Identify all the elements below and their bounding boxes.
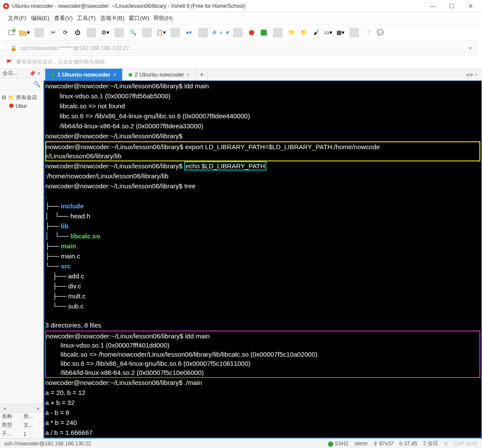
status-ssh: ⬤ SSH2: [328, 441, 349, 447]
menu-help[interactable]: 帮助(H): [153, 14, 173, 22]
settings-icon[interactable]: ⚙▾: [100, 27, 110, 38]
menu-file[interactable]: 文件(F): [8, 14, 27, 22]
terminal-line: linux-vdso.so.1 (0x00007ffd56ab5000): [45, 92, 170, 100]
window-controls: — ☐ ✕: [424, 3, 479, 10]
tree-item-ubuntu[interactable]: Ubur: [2, 102, 41, 110]
reconnect-icon[interactable]: ⟳: [60, 27, 70, 38]
session-sidebar: 会话... 📌 × 🔍 ⊟ 📁 所有会话 Ubur ◄► 名称所... 类型文.…: [0, 69, 43, 438]
disconnect-icon[interactable]: ⏻: [73, 27, 82, 38]
toolbar-separator: [233, 28, 243, 37]
search-icon[interactable]: 🔍: [128, 27, 138, 38]
globe-icon[interactable]: ●▾: [184, 27, 194, 38]
new-folder-icon[interactable]: 📁: [299, 27, 309, 38]
address-bar: 🔒 ssh://nowcoder:******@192.168.186.130:…: [0, 41, 482, 56]
toolbar-separator: [142, 28, 152, 37]
terminal-line: ├── add.c: [45, 272, 84, 280]
tree-root-label: 所有会话: [16, 94, 37, 101]
terminal-line: libcalc.so => not found: [45, 102, 125, 110]
main-toolbar: + ▾ ✂ ⟳ ⏻ ⚙▾ 🔍 📋▾ ●▾ AA▾ 📁 📁 🖌 ▭▾ ▦▾ ❔ 💬: [0, 24, 482, 41]
collapse-icon: ⊟: [2, 94, 6, 100]
tab-strip: 1 Ubuntu-nowcoder × 2 Ubuntu-nowcoder × …: [43, 69, 482, 81]
tab-session-1[interactable]: 1 Ubuntu-nowcoder ×: [45, 69, 123, 80]
address-input[interactable]: 🔒 ssh://nowcoder:******@192.168.186.130:…: [5, 43, 477, 53]
terminal-line: ├── main.c: [45, 252, 80, 260]
prop-key: 子...: [0, 430, 21, 438]
svg-point-7: [9, 104, 13, 108]
toolbar-separator: [273, 28, 283, 37]
terminal[interactable]: nowcoder@nowcoder:~/Linux/lesson06/libra…: [43, 81, 482, 438]
menu-edit[interactable]: 编辑(E): [31, 14, 50, 22]
sidebar-search[interactable]: 🔍: [0, 78, 43, 90]
hint-text: 要添加当前会话，点击左侧的箭头按钮。: [16, 58, 110, 66]
status-connection: ssh://nowcoder@192.168.186.130:22: [4, 441, 322, 447]
tab-label: 2 Ubuntu-nowcoder: [135, 71, 184, 78]
terminal-line: .: [45, 192, 47, 200]
terminal-line: a = 20, b = 12: [45, 389, 86, 396]
terminal-line: nowcoder@nowcoder:~/Linux/lesson06/libra…: [45, 182, 196, 190]
tab-label: 1 Ubuntu-nowcoder: [57, 71, 110, 78]
app-icon: [3, 3, 10, 10]
prop-val: 文...: [21, 421, 33, 429]
terminal-pane: 1 Ubuntu-nowcoder × 2 Ubuntu-nowcoder × …: [43, 69, 482, 438]
close-button[interactable]: ✕: [462, 3, 479, 10]
menu-bar: 文件(F) 编辑(E) 查看(V) 工具(T) 选项卡(B) 窗口(W) 帮助(…: [0, 12, 482, 24]
sidebar-close-icon[interactable]: ×: [37, 70, 40, 77]
cut-icon[interactable]: ✂: [48, 27, 58, 38]
lock-icon: 🔒: [10, 45, 17, 51]
terminal-line: a - b = 8: [45, 409, 69, 416]
menu-window[interactable]: 窗口(W): [129, 14, 149, 22]
font-icon[interactable]: AA▾: [212, 27, 229, 38]
dropdown-icon[interactable]: ▾: [469, 45, 472, 51]
highlight-box-cyan: echo $LD_LIBRARY_PATH: [184, 161, 266, 171]
status-dot-icon: [129, 73, 132, 77]
open-session-icon[interactable]: ▾: [19, 27, 30, 38]
tree-root[interactable]: ⊟ 📁 所有会话: [2, 93, 41, 102]
status-dot-icon: [51, 73, 55, 77]
folder-tool-icon[interactable]: 📁: [287, 27, 296, 38]
terminal-line: a + b = 32: [45, 399, 75, 406]
status-sessions: 2 会话: [423, 440, 438, 447]
tab-close-icon[interactable]: ×: [187, 72, 190, 78]
sidebar-scrollbar[interactable]: ◄►: [0, 404, 43, 412]
window-icon[interactable]: ▭▾: [323, 27, 333, 38]
terminal-line: nowcoder@nowcoder:~/Linux/lesson06/libra…: [45, 82, 209, 90]
terminal-line: nowcoder@nowcoder:~/Linux/lesson06/libra…: [45, 161, 266, 171]
session-tree: ⊟ 📁 所有会话 Ubur: [0, 90, 43, 404]
folder-icon: 📁: [8, 94, 14, 100]
brand-icon[interactable]: [247, 27, 256, 38]
new-tab-button[interactable]: +: [196, 69, 208, 80]
copy-icon[interactable]: 📋▾: [156, 27, 166, 38]
paint-icon[interactable]: 🖌: [311, 27, 321, 38]
new-session-icon[interactable]: +: [7, 27, 17, 38]
toolbar-separator: [86, 28, 96, 37]
xftp-icon[interactable]: [259, 27, 269, 38]
highlight-box-magenta: nowcoder@nowcoder:~/Linux/lesson06/libra…: [45, 331, 480, 378]
terminal-line: nowcoder@nowcoder:~/Linux/lesson06/libra…: [45, 132, 183, 140]
feedback-icon[interactable]: 💬: [376, 27, 385, 38]
toolbar-separator: [34, 28, 44, 37]
layout-icon[interactable]: ▦▾: [336, 27, 345, 38]
terminal-line: a / b = 1.666667: [45, 429, 93, 436]
status-pos: ⎘ 37,45: [399, 441, 417, 447]
toolbar-separator: [170, 28, 180, 37]
tab-nav[interactable]: ◀ ▶ ▾: [465, 69, 482, 80]
status-term: xterm: [354, 441, 367, 447]
minimize-button[interactable]: —: [424, 3, 442, 10]
menu-tools[interactable]: 工具(T): [77, 14, 96, 22]
svg-point-5: [249, 30, 254, 35]
prop-key: 类型: [0, 421, 21, 429]
terminal-line: ├── mult.c: [45, 292, 86, 300]
tab-close-icon[interactable]: ×: [113, 72, 116, 78]
terminal-line: nowcoder@nowcoder:~/Linux/lesson06/libra…: [45, 379, 202, 386]
status-size: ⇕ 97x37: [373, 441, 393, 447]
pin-icon[interactable]: 📌: [29, 70, 36, 77]
menu-view[interactable]: 查看(V): [54, 14, 73, 22]
help-icon[interactable]: ❔: [363, 27, 373, 38]
status-caps: CAP NUM: [454, 441, 478, 447]
menu-tabs[interactable]: 选项卡(B): [100, 14, 124, 22]
tab-session-2[interactable]: 2 Ubuntu-nowcoder ×: [123, 69, 196, 80]
maximize-button[interactable]: ☐: [443, 3, 460, 10]
svg-rect-6: [261, 30, 267, 36]
toolbar-separator: [114, 28, 124, 37]
svg-point-1: [5, 5, 7, 7]
